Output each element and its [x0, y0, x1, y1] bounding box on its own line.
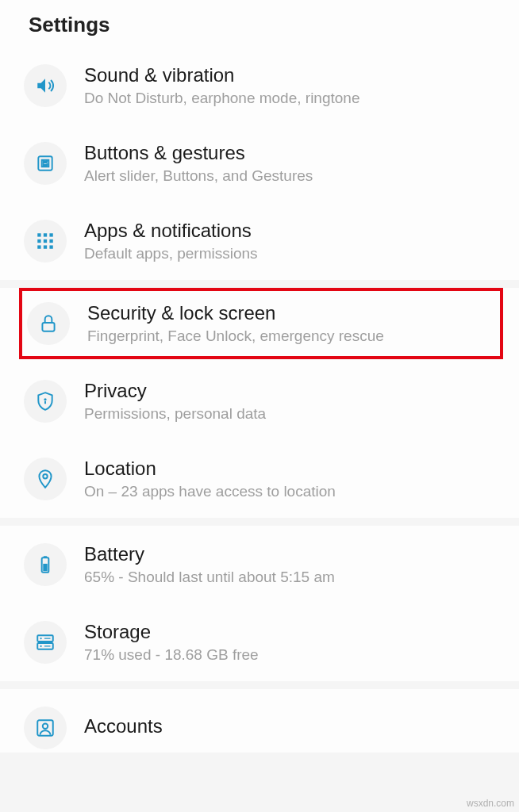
sound-icon [24, 64, 67, 107]
svg-point-12 [44, 398, 46, 400]
item-subtitle: Default apps, permissions [84, 245, 495, 262]
item-title: Storage [84, 621, 495, 643]
shield-icon [24, 380, 67, 423]
buttons-icon: B [24, 142, 67, 185]
svg-rect-3 [44, 233, 47, 236]
svg-text:B: B [42, 158, 49, 169]
accounts-icon [24, 707, 67, 749]
item-subtitle: Alert slider, Buttons, and Gestures [84, 167, 495, 185]
settings-item-location[interactable]: Location On – 23 apps have access to loc… [0, 440, 519, 518]
item-text: Battery 65% - Should last until about 5:… [84, 543, 495, 586]
settings-item-privacy[interactable]: Privacy Permissions, personal data [0, 362, 519, 440]
item-text: Privacy Permissions, personal data [84, 380, 495, 423]
item-subtitle: On – 23 apps have access to location [84, 483, 495, 500]
settings-section-3: Battery 65% - Should last until about 5:… [0, 526, 519, 681]
svg-rect-10 [49, 245, 52, 248]
svg-point-13 [43, 474, 47, 478]
page-title: Settings [29, 13, 490, 37]
svg-rect-4 [49, 233, 52, 236]
settings-item-storage[interactable]: Storage 71% used - 18.68 GB free [0, 603, 519, 681]
settings-item-security[interactable]: Security & lock screen Fingerprint, Face… [19, 288, 503, 359]
watermark: wsxdn.com [467, 798, 514, 809]
item-subtitle: Do Not Disturb, earphone mode, ringtone [84, 90, 495, 107]
svg-rect-8 [37, 245, 40, 248]
item-subtitle: 65% - Should last until about 5:15 am [84, 569, 495, 586]
svg-rect-5 [37, 239, 40, 243]
item-title: Apps & notifications [84, 220, 495, 242]
item-text: Location On – 23 apps have access to loc… [84, 458, 495, 500]
svg-rect-9 [44, 245, 47, 248]
item-text: Buttons & gestures Alert slider, Buttons… [84, 142, 495, 185]
item-text: Storage 71% used - 18.68 GB free [84, 621, 495, 664]
settings-item-battery[interactable]: Battery 65% - Should last until about 5:… [0, 526, 519, 603]
settings-item-apps[interactable]: Apps & notifications Default apps, permi… [0, 202, 519, 280]
item-subtitle: Permissions, personal data [84, 405, 495, 423]
svg-rect-11 [42, 323, 54, 331]
svg-point-19 [40, 638, 42, 639]
settings-item-sound[interactable]: Sound & vibration Do Not Disturb, earpho… [0, 47, 519, 124]
storage-icon [24, 621, 67, 664]
item-title: Battery [84, 543, 495, 565]
battery-icon [24, 543, 67, 586]
lock-icon [27, 302, 70, 345]
settings-item-accounts[interactable]: Accounts [0, 689, 519, 753]
svg-rect-2 [37, 233, 40, 236]
svg-point-20 [40, 645, 42, 647]
item-title: Security & lock screen [87, 302, 495, 324]
location-icon [24, 458, 67, 500]
svg-rect-15 [44, 556, 47, 557]
item-subtitle: 71% used - 18.68 GB free [84, 646, 495, 664]
apps-icon [24, 220, 67, 262]
svg-rect-6 [44, 239, 47, 243]
item-title: Accounts [84, 715, 495, 737]
item-text: Accounts [84, 715, 495, 741]
item-text: Security & lock screen Fingerprint, Face… [87, 302, 495, 345]
item-text: Sound & vibration Do Not Disturb, earpho… [84, 64, 495, 107]
item-text: Apps & notifications Default apps, permi… [84, 220, 495, 262]
item-title: Buttons & gestures [84, 142, 495, 164]
settings-header: Settings [0, 0, 519, 47]
svg-rect-7 [49, 239, 52, 243]
settings-section-1: Sound & vibration Do Not Disturb, earpho… [0, 47, 519, 280]
item-title: Location [84, 458, 495, 480]
settings-section-2: Security & lock screen Fingerprint, Face… [0, 288, 519, 518]
item-title: Sound & vibration [84, 64, 495, 86]
item-subtitle: Fingerprint, Face Unlock, emergency resc… [87, 327, 495, 345]
item-title: Privacy [84, 380, 495, 402]
svg-point-22 [43, 724, 48, 730]
svg-rect-16 [43, 564, 47, 571]
settings-item-buttons[interactable]: B Buttons & gestures Alert slider, Butto… [0, 124, 519, 202]
settings-section-4: Accounts [0, 689, 519, 753]
